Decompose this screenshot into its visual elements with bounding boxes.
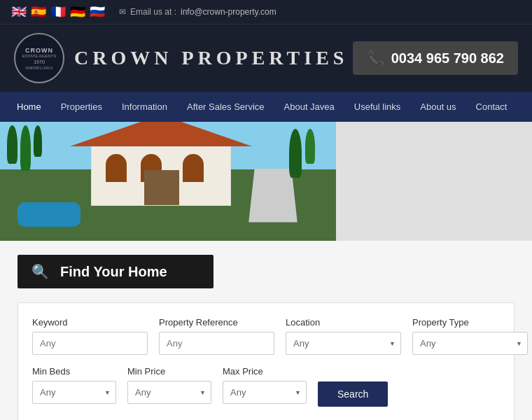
location-group: Location Any Javea Denia Moraira Calpe A… (286, 317, 401, 355)
nav-properties[interactable]: Properties (51, 92, 112, 122)
prop-type-select[interactable]: Any Villa Apartment House Land Commercia… (412, 332, 528, 355)
email-icon: ✉ (119, 7, 126, 17)
min-price-label: Min Price (127, 366, 211, 377)
min-beds-label: Min Beds (32, 366, 116, 377)
form-row-2: Min Beds Any 1 2 3 4 5+ Min Price (32, 366, 500, 407)
prop-type-select-wrapper: Any Villa Apartment House Land Commercia… (412, 332, 528, 355)
hero-image (0, 122, 336, 241)
email-label: Email us at : (130, 7, 176, 17)
location-select-wrapper: Any Javea Denia Moraira Calpe Altea (286, 332, 401, 355)
max-price-select-wrapper: Any 50,000 100,000 150,000 200,000 300,0… (223, 381, 307, 404)
nav-home[interactable]: Home (7, 92, 51, 122)
location-label: Location (286, 317, 401, 328)
logo-area: CROWN ESTATE AGENTS 1970 INMOBILIARIA CR… (14, 33, 348, 83)
phone-number: 0034 965 790 862 (391, 50, 504, 66)
min-beds-select[interactable]: Any 1 2 3 4 5+ (32, 381, 116, 404)
nav-about-us[interactable]: About us (410, 92, 465, 122)
flag-france[interactable]: 🇫🇷 (50, 4, 66, 20)
nav-about-javea[interactable]: About Javea (274, 92, 344, 122)
logo-inmob: INMOBILIARIA (25, 66, 53, 70)
min-price-select-wrapper: Any 50,000 100,000 150,000 200,000 300,0… (127, 381, 211, 404)
email-section: ✉ Email us at : info@crown-property.com (119, 7, 276, 17)
phone-icon: 📞 (367, 50, 384, 66)
min-price-select[interactable]: Any 50,000 100,000 150,000 200,000 300,0… (127, 381, 211, 404)
logo-estate: ESTATE AGENTS (22, 54, 56, 58)
site-header: CROWN ESTATE AGENTS 1970 INMOBILIARIA CR… (0, 24, 532, 92)
keyword-group: Keyword (32, 317, 148, 355)
search-form: Keyword Property Reference Location Any … (18, 302, 514, 420)
prop-ref-group: Property Reference (159, 317, 274, 355)
nav-information[interactable]: Information (112, 92, 177, 122)
max-price-group: Max Price Any 50,000 100,000 150,000 200… (223, 366, 307, 404)
min-beds-group: Min Beds Any 1 2 3 4 5+ (32, 366, 116, 404)
email-address: info@crown-property.com (181, 7, 276, 17)
min-beds-select-wrapper: Any 1 2 3 4 5+ (32, 381, 116, 404)
prop-ref-label: Property Reference (159, 317, 274, 328)
search-header: 🔍 Find Your Home (18, 255, 214, 288)
form-row-1: Keyword Property Reference Location Any … (32, 317, 500, 355)
logo-crown: CROWN (25, 47, 53, 54)
max-price-label: Max Price (223, 366, 307, 377)
flag-germany[interactable]: 🇩🇪 (70, 4, 85, 20)
keyword-input[interactable] (32, 332, 148, 355)
flag-russia[interactable]: 🇷🇺 (90, 4, 105, 20)
logo-year: 1970 (34, 59, 45, 64)
search-button[interactable]: Search (318, 382, 388, 407)
logo-circle: CROWN ESTATE AGENTS 1970 INMOBILIARIA (14, 33, 64, 83)
max-price-select[interactable]: Any 50,000 100,000 150,000 200,000 300,0… (223, 381, 307, 404)
top-bar: 🇬🇧 🇪🇸 🇫🇷 🇩🇪 🇷🇺 ✉ Email us at : info@crow… (0, 0, 532, 24)
location-select[interactable]: Any Javea Denia Moraira Calpe Altea (286, 332, 401, 355)
prop-type-group: Property Type Any Villa Apartment House … (412, 317, 528, 355)
nav-after-sales[interactable]: After Sales Service (177, 92, 274, 122)
prop-type-label: Property Type (412, 317, 528, 328)
hero-container (0, 122, 532, 241)
search-header-icon: 🔍 (31, 263, 49, 280)
search-section: 🔍 Find Your Home Keyword Property Refere… (0, 241, 532, 420)
prop-ref-input[interactable] (159, 332, 274, 355)
main-nav: Home Properties Information After Sales … (0, 92, 532, 122)
nav-contact[interactable]: Contact (466, 92, 517, 122)
nav-useful-links[interactable]: Useful links (344, 92, 410, 122)
flag-icons: 🇬🇧 🇪🇸 🇫🇷 🇩🇪 🇷🇺 (11, 4, 105, 20)
min-price-group: Min Price Any 50,000 100,000 150,000 200… (127, 366, 211, 404)
flag-uk[interactable]: 🇬🇧 (11, 4, 27, 20)
search-header-title: Find Your Home (60, 264, 167, 280)
flag-spain[interactable]: 🇪🇸 (31, 4, 46, 20)
villa-scene (0, 122, 336, 241)
phone-box[interactable]: 📞 0034 965 790 862 (353, 41, 518, 75)
site-title: CROWN PROPERTIES (74, 47, 348, 69)
keyword-label: Keyword (32, 317, 148, 328)
